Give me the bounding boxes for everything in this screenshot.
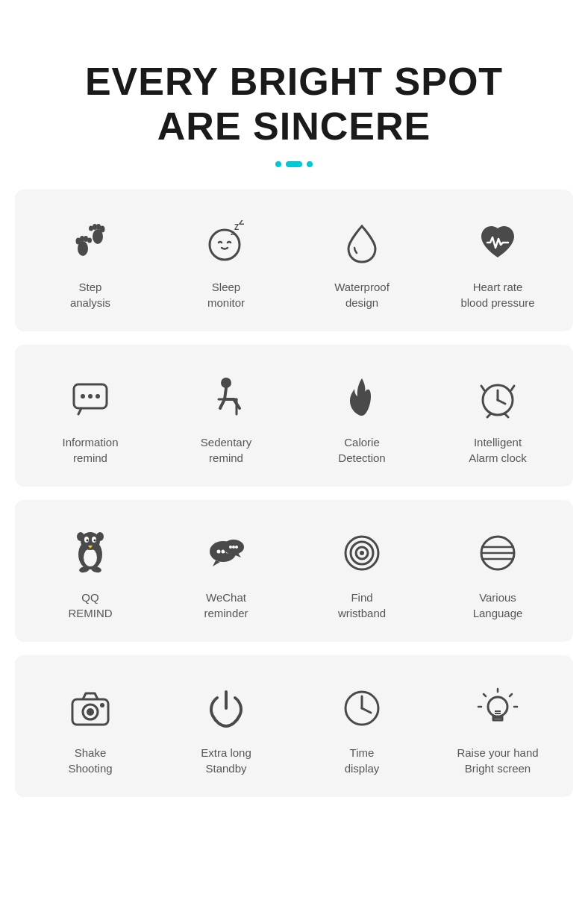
feature-step-analysis: Stepanalysis [27,216,154,310]
features-container: Stepanalysis Z Z Z Sleepmonitor [0,190,588,810]
target-icon [336,527,388,579]
svg-point-36 [217,549,221,553]
svg-point-16 [88,394,93,399]
qq-icon [64,527,116,579]
feature-qq: QQREMIND [27,527,154,621]
svg-point-42 [235,546,238,549]
feature-waterproof: Waterproofdesign [298,216,425,310]
dot-dash [286,161,302,167]
svg-point-53 [87,708,94,716]
fire-icon [336,372,388,424]
alarm-icon [472,372,524,424]
svg-line-23 [498,400,505,404]
svg-line-63 [484,694,486,696]
footprints-icon [64,216,116,269]
time-display-label: Timedisplay [345,745,380,776]
bright-screen-icon [472,682,524,734]
camera-icon [64,682,116,734]
svg-line-61 [510,694,512,696]
svg-point-10 [210,230,240,260]
svg-point-32 [96,532,104,541]
dot-2 [307,161,313,167]
page-header: EVERY BRIGHT SPOT ARE SINCERE [70,0,518,190]
svg-point-25 [84,549,97,566]
standby-label: Extra longStandby [201,745,251,776]
svg-point-40 [229,546,232,549]
sleep-icon: Z Z Z [200,216,252,269]
qq-label: QQREMIND [68,590,112,621]
feature-heart-rate: Heart rateblood pressure [434,216,561,310]
svg-point-29 [87,539,89,541]
sitting-icon [200,372,252,424]
svg-point-31 [77,532,84,541]
step-analysis-label: Stepanalysis [70,279,110,310]
svg-text:Z: Z [239,220,244,227]
feature-row-3: QQREMIND [15,500,573,642]
find-wristband-label: Findwristband [338,590,386,621]
feature-row-4: ShakeShooting Extra longStandby Timedisp… [15,655,573,797]
feature-raise-hand: Raise your handBright screen [434,682,561,776]
heart-rate-label: Heart rateblood pressure [460,279,534,310]
various-language-label: VariousLanguage [473,590,523,621]
alarm-label: IntelligentAlarm clock [469,434,527,466]
svg-point-15 [81,394,85,399]
feature-info-remind: Informationremind [27,372,154,466]
decorative-dots [85,161,503,167]
svg-point-46 [360,551,364,555]
dot-1 [275,161,281,167]
sedentary-remind-label: Sedentaryremind [201,434,251,466]
svg-point-9 [89,225,93,231]
feature-calorie: CalorieDetection [298,372,425,466]
feature-shake-shooting: ShakeShooting [27,682,154,776]
info-remind-label: Informationremind [62,434,118,466]
svg-point-54 [100,703,104,707]
svg-line-57 [362,708,371,713]
shake-shooting-label: ShakeShooting [68,745,112,776]
heart-rate-icon [472,216,524,269]
feature-sleep-monitor: Z Z Z Sleepmonitor [163,216,290,310]
feature-find-wristband: Findwristband [298,527,425,621]
feature-row-2: Informationremind Sedentaryremind [15,345,573,487]
clock-icon [336,682,388,734]
svg-point-17 [96,394,100,399]
feature-wechat: WeChatreminder [163,527,290,621]
feature-sedentary-remind: Sedentaryremind [163,372,290,466]
sleep-monitor-label: Sleepmonitor [207,279,245,310]
language-icon [472,527,524,579]
waterproof-label: Waterproofdesign [334,279,390,310]
feature-alarm: IntelligentAlarm clock [434,372,561,466]
raise-hand-label: Raise your handBright screen [457,745,538,776]
svg-point-30 [94,539,96,541]
wechat-icon [200,527,252,579]
feature-standby: Extra longStandby [163,682,290,776]
page-title: EVERY BRIGHT SPOT ARE SINCERE [85,60,503,149]
feature-row-1: Stepanalysis Z Z Z Sleepmonitor [15,190,573,331]
svg-point-41 [232,546,235,549]
svg-point-18 [221,378,231,388]
power-icon [200,682,252,734]
feature-various-language: VariousLanguage [434,527,561,621]
feature-time-display: Timedisplay [298,682,425,776]
wechat-label: WeChatreminder [204,590,248,621]
chat-icon [64,372,116,424]
water-drop-icon [336,216,388,269]
calorie-label: CalorieDetection [338,434,385,466]
svg-point-4 [87,237,92,243]
